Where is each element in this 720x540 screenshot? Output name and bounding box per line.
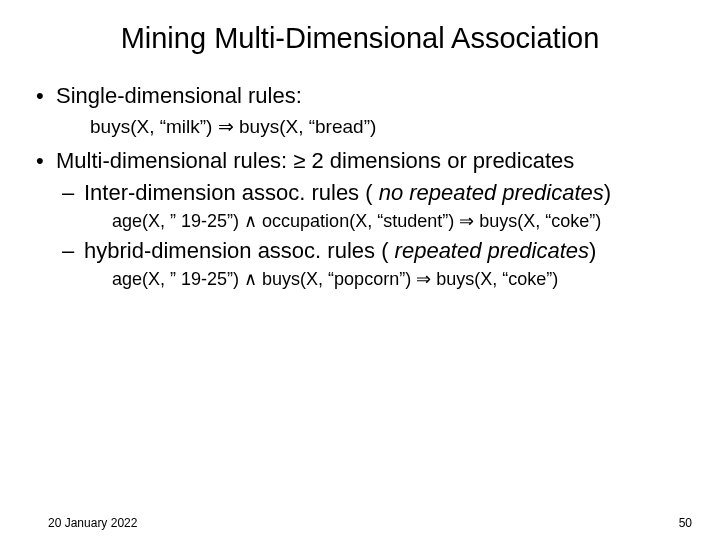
rule-text: buys(X, “coke”) <box>479 211 601 231</box>
implies-symbol: ⇒ <box>416 269 436 289</box>
implies-symbol: ⇒ <box>218 116 239 137</box>
subbullet-text: hybrid-dimension assoc. rules ( <box>84 238 388 263</box>
subbullet-paren: ) <box>604 180 611 205</box>
subbullet-paren: ) <box>589 238 596 263</box>
rule-text: buys(X, “coke”) <box>436 269 558 289</box>
rule-text: buys(X, “popcorn”) <box>262 269 416 289</box>
subbullet-inter-dim: Inter-dimension assoc. rules ( no repeat… <box>30 180 690 206</box>
rule-text: age(X, ” 19-25”) <box>112 211 244 231</box>
rule-text: buys(X, “milk”) <box>90 116 218 137</box>
subbullet-text: Inter-dimension assoc. rules ( <box>84 180 373 205</box>
subbullet-italic: repeated predicates <box>395 238 589 263</box>
slide-body: Single-dimensional rules: buys(X, “milk”… <box>0 83 720 290</box>
bullet-text: Multi-dimensional rules: <box>56 148 287 173</box>
rule-hybrid-dim: age(X, ” 19-25”) ∧ buys(X, “popcorn”) ⇒ … <box>30 268 690 290</box>
rule-text: age(X, ” 19-25”) <box>112 269 244 289</box>
subbullet-hybrid-dim: hybrid-dimension assoc. rules ( repeated… <box>30 238 690 264</box>
geq-symbol: ≥ <box>293 148 311 173</box>
implies-symbol: ⇒ <box>459 211 479 231</box>
subbullet-italic: no repeated predicates <box>379 180 604 205</box>
footer-page-number: 50 <box>679 516 692 530</box>
rule-text: occupation(X, “student”) <box>262 211 459 231</box>
rule-inter-dim: age(X, ” 19-25”) ∧ occupation(X, “studen… <box>30 210 690 232</box>
and-symbol: ∧ <box>244 269 262 289</box>
bullet-multi-dim: Multi-dimensional rules: ≥ 2 dimensions … <box>30 148 690 174</box>
rule-single-dim: buys(X, “milk”) ⇒ buys(X, “bread”) <box>30 115 690 138</box>
bullet-text: 2 dimensions or predicates <box>311 148 574 173</box>
and-symbol: ∧ <box>244 211 262 231</box>
rule-text: buys(X, “bread”) <box>239 116 376 137</box>
slide-title: Mining Multi-Dimensional Association <box>0 22 720 55</box>
footer-date: 20 January 2022 <box>48 516 137 530</box>
bullet-single-dim: Single-dimensional rules: <box>30 83 690 109</box>
